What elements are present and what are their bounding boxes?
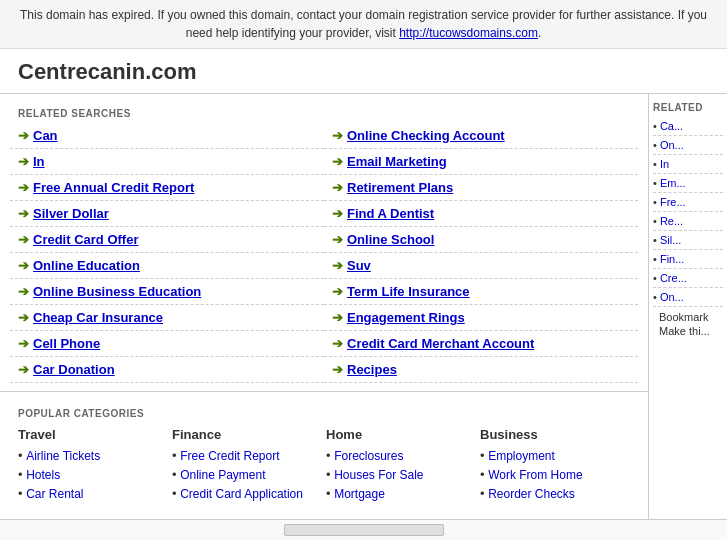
sidebar-link[interactable]: On... [660, 291, 684, 303]
searches-grid: ➔Can➔In➔Free Annual Credit Report➔Silver… [0, 123, 648, 383]
notice-text: This domain has expired. If you owned th… [20, 8, 707, 40]
popular-link[interactable]: Houses For Sale [334, 468, 423, 482]
popular-grid: TravelAirline TicketsHotelsCar RentalFin… [18, 427, 630, 503]
search-item-left-8: ➔Cell Phone [10, 331, 324, 357]
popular-link[interactable]: Airline Tickets [26, 449, 100, 463]
popular-col-heading-3: Business [480, 427, 630, 442]
sidebar-link[interactable]: In [660, 158, 669, 170]
sidebar-link[interactable]: Ca... [660, 120, 683, 132]
popular-link[interactable]: Reorder Checks [488, 487, 575, 501]
popular-link[interactable]: Mortgage [334, 487, 385, 501]
popular-link[interactable]: Credit Card Application [180, 487, 303, 501]
popular-item-0-2: Car Rental [18, 484, 168, 503]
bottom-bar [0, 519, 727, 540]
right-sidebar: RELATED Ca...On...InEm...Fre...Re...Sil.… [649, 94, 727, 519]
popular-link[interactable]: Foreclosures [334, 449, 403, 463]
sidebar-link[interactable]: Fre... [660, 196, 686, 208]
sidebar-link-item-4: Fre... [653, 193, 723, 212]
bookmark-action[interactable]: Bookmark [659, 311, 717, 323]
search-item-right-1: ➔Email Marketing [324, 149, 638, 175]
sidebar-link[interactable]: Em... [660, 177, 686, 189]
popular-link[interactable]: Car Rental [26, 487, 83, 501]
arrow-icon: ➔ [18, 128, 29, 143]
search-item-left-3: ➔Silver Dollar [10, 201, 324, 227]
search-link[interactable]: Suv [347, 258, 371, 273]
popular-item-2-0: Foreclosures [326, 446, 476, 465]
arrow-icon: ➔ [332, 154, 343, 169]
search-link[interactable]: Cell Phone [33, 336, 100, 351]
make-this-action[interactable]: Make thi... [659, 325, 717, 337]
popular-categories-label: POPULAR CATEGORIES [18, 408, 630, 419]
search-item-left-5: ➔Online Education [10, 253, 324, 279]
popular-col-heading-1: Finance [172, 427, 322, 442]
searches-right-col: ➔Online Checking Account➔Email Marketing… [324, 123, 638, 383]
sidebar-links-list: Ca...On...InEm...Fre...Re...Sil...Fin...… [653, 117, 723, 307]
search-item-right-3: ➔Find A Dentist [324, 201, 638, 227]
search-link[interactable]: In [33, 154, 45, 169]
popular-link[interactable]: Online Payment [180, 468, 265, 482]
main-content: RELATED SEARCHES ➔Can➔In➔Free Annual Cre… [0, 94, 649, 519]
popular-item-1-2: Credit Card Application [172, 484, 322, 503]
arrow-icon: ➔ [332, 206, 343, 221]
sidebar-link[interactable]: Cre... [660, 272, 687, 284]
search-link[interactable]: Online School [347, 232, 434, 247]
arrow-icon: ➔ [332, 310, 343, 325]
popular-link[interactable]: Employment [488, 449, 555, 463]
main-layout: RELATED SEARCHES ➔Can➔In➔Free Annual Cre… [0, 94, 727, 519]
arrow-icon: ➔ [18, 284, 29, 299]
arrow-icon: ➔ [332, 232, 343, 247]
search-link[interactable]: Retirement Plans [347, 180, 453, 195]
search-link[interactable]: Can [33, 128, 58, 143]
arrow-icon: ➔ [18, 232, 29, 247]
search-item-right-5: ➔Suv [324, 253, 638, 279]
popular-col-1: FinanceFree Credit ReportOnline PaymentC… [172, 427, 322, 503]
search-item-left-0: ➔Can [10, 123, 324, 149]
search-link[interactable]: Credit Card Merchant Account [347, 336, 534, 351]
arrow-icon: ➔ [332, 284, 343, 299]
search-link[interactable]: Email Marketing [347, 154, 447, 169]
search-link[interactable]: Free Annual Credit Report [33, 180, 194, 195]
popular-item-1-0: Free Credit Report [172, 446, 322, 465]
search-item-left-6: ➔Online Business Education [10, 279, 324, 305]
popular-item-3-0: Employment [480, 446, 630, 465]
search-link[interactable]: Online Business Education [33, 284, 201, 299]
arrow-icon: ➔ [332, 128, 343, 143]
search-link[interactable]: Recipes [347, 362, 397, 377]
arrow-icon: ➔ [18, 180, 29, 195]
horizontal-scrollbar[interactable] [284, 524, 444, 536]
search-link[interactable]: Silver Dollar [33, 206, 109, 221]
arrow-icon: ➔ [332, 258, 343, 273]
search-link[interactable]: Engagement Rings [347, 310, 465, 325]
sidebar-link[interactable]: Fin... [660, 253, 684, 265]
search-link[interactable]: Find A Dentist [347, 206, 434, 221]
sidebar-link[interactable]: Sil... [660, 234, 681, 246]
sidebar-link[interactable]: On... [660, 139, 684, 151]
search-link[interactable]: Online Education [33, 258, 140, 273]
search-link[interactable]: Term Life Insurance [347, 284, 470, 299]
sidebar-link-item-7: Fin... [653, 250, 723, 269]
sidebar-link-item-9: On... [653, 288, 723, 307]
sidebar-link-item-0: Ca... [653, 117, 723, 136]
arrow-icon: ➔ [332, 180, 343, 195]
notice-link[interactable]: http://tucowsdomains.com [399, 26, 538, 40]
sidebar-link[interactable]: Re... [660, 215, 683, 227]
popular-link[interactable]: Hotels [26, 468, 60, 482]
arrow-icon: ➔ [18, 206, 29, 221]
popular-col-2: HomeForeclosuresHouses For SaleMortgage [326, 427, 476, 503]
sidebar-link-item-6: Sil... [653, 231, 723, 250]
popular-link[interactable]: Work From Home [488, 468, 582, 482]
search-link[interactable]: Online Checking Account [347, 128, 505, 143]
popular-section: POPULAR CATEGORIES TravelAirline Tickets… [0, 400, 648, 511]
popular-item-1-1: Online Payment [172, 465, 322, 484]
popular-item-2-2: Mortgage [326, 484, 476, 503]
search-item-right-6: ➔Term Life Insurance [324, 279, 638, 305]
search-link[interactable]: Car Donation [33, 362, 115, 377]
popular-col-3: BusinessEmploymentWork From HomeReorder … [480, 427, 630, 503]
search-link[interactable]: Credit Card Offer [33, 232, 138, 247]
search-link[interactable]: Cheap Car Insurance [33, 310, 163, 325]
popular-item-3-2: Reorder Checks [480, 484, 630, 503]
search-item-right-8: ➔Credit Card Merchant Account [324, 331, 638, 357]
divider [0, 391, 648, 392]
arrow-icon: ➔ [18, 258, 29, 273]
popular-link[interactable]: Free Credit Report [180, 449, 279, 463]
